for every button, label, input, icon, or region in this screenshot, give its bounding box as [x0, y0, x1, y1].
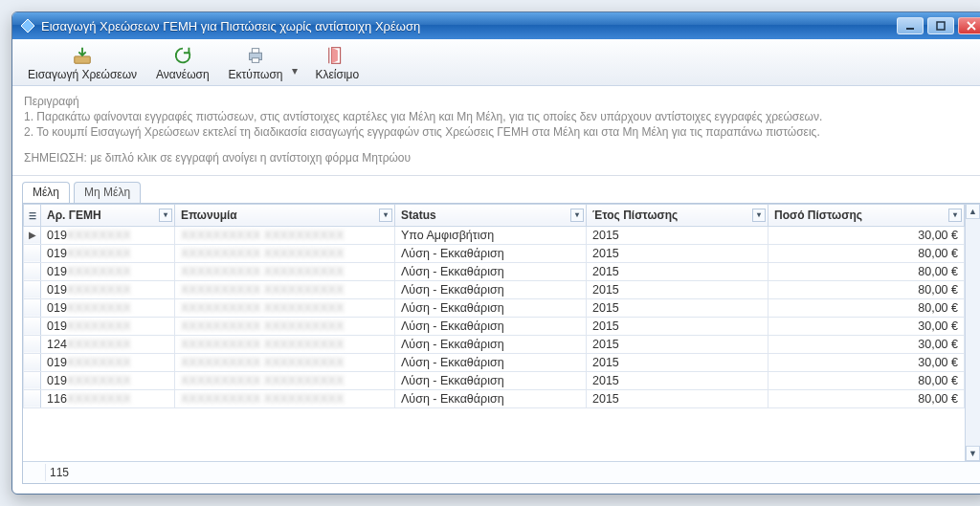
- table-row[interactable]: ▶019XXXXXXXXXXXXXXXXXX XXXXXXXXXXΥπο Αμφ…: [24, 226, 965, 244]
- filter-dropdown-icon[interactable]: ▾: [570, 209, 584, 222]
- cell-ar-gemh: 019XXXXXXXX: [41, 244, 175, 262]
- cell-ar-gemh: 019XXXXXXXX: [41, 353, 175, 371]
- vertical-scrollbar[interactable]: ▲ ▼: [965, 204, 980, 461]
- cell-ar-gemh: 019XXXXXXXX: [41, 298, 175, 317]
- cell-name: XXXXXXXXXX XXXXXXXXXX: [175, 298, 395, 317]
- filter-dropdown-icon[interactable]: ▾: [379, 209, 392, 222]
- svg-rect-5: [252, 58, 258, 63]
- cell-year: 2015: [587, 262, 768, 280]
- cell-amount: 80,00 €: [768, 280, 965, 298]
- cell-year: 2015: [587, 298, 768, 317]
- row-count: 115: [46, 464, 73, 481]
- cell-year: 2015: [587, 335, 768, 353]
- cell-name: XXXXXXXXXX XXXXXXXXXX: [175, 335, 395, 353]
- cell-year: 2015: [587, 353, 768, 371]
- cell-name: XXXXXXXXXX XXXXXXXXXX: [175, 280, 395, 298]
- filter-dropdown-icon[interactable]: ▾: [948, 209, 962, 222]
- refresh-label: Ανανέωση: [156, 68, 210, 81]
- close-label: Κλείσιμο: [315, 68, 359, 81]
- row-selector-header[interactable]: ☰: [24, 204, 41, 226]
- row-indicator: [24, 244, 41, 262]
- col-name[interactable]: Επωνυμία▾: [175, 204, 395, 226]
- table-row[interactable]: 019XXXXXXXXXXXXXXXXXX XXXXXXXXXXΛύση - Ε…: [24, 298, 965, 317]
- column-chooser-icon[interactable]: ☰: [29, 211, 36, 221]
- grid: ☰ Αρ. ΓΕΜΗ▾ Επωνυμία▾ Status▾ Έτος Πίστω…: [22, 203, 980, 484]
- table-row[interactable]: 019XXXXXXXXXXXXXXXXXX XXXXXXXXXXΛύση - Ε…: [24, 317, 965, 335]
- cell-ar-gemh: 019XXXXXXXX: [41, 371, 175, 389]
- row-indicator: [24, 389, 41, 407]
- cell-year: 2015: [587, 226, 768, 244]
- tab-members[interactable]: Μέλη: [22, 182, 70, 203]
- maximize-button[interactable]: [927, 17, 954, 34]
- row-indicator: [24, 280, 41, 298]
- cell-status: Λύση - Εκκαθάριση: [395, 244, 587, 262]
- table-row[interactable]: 124XXXXXXXXXXXXXXXXXX XXXXXXXXXXΛύση - Ε…: [24, 335, 965, 353]
- cell-name: XXXXXXXXXX XXXXXXXXXX: [175, 389, 395, 407]
- cell-status: Λύση - Εκκαθάριση: [395, 335, 587, 353]
- print-icon: [245, 45, 266, 66]
- row-indicator: [24, 317, 41, 335]
- titlebar[interactable]: Εισαγωγή Χρεώσεων ΓΕΜΗ για Πιστώσεις χωρ…: [12, 12, 980, 39]
- col-year[interactable]: Έτος Πίστωσης▾: [587, 204, 768, 226]
- cell-amount: 30,00 €: [768, 335, 965, 353]
- cell-status: Λύση - Εκκαθάριση: [395, 389, 587, 407]
- table-row[interactable]: 019XXXXXXXXXXXXXXXXXX XXXXXXXXXXΛύση - Ε…: [24, 353, 965, 371]
- print-button[interactable]: Εκτύπωση: [219, 43, 293, 83]
- filter-dropdown-icon[interactable]: ▾: [752, 209, 766, 222]
- row-indicator: ▶: [24, 226, 41, 244]
- cell-ar-gemh: 019XXXXXXXX: [41, 317, 175, 335]
- cell-year: 2015: [587, 244, 768, 262]
- description-panel: Περιγραφή 1. Παρακάτω φαίνονται εγγραφές…: [12, 86, 980, 176]
- cell-status: Λύση - Εκκαθάριση: [395, 317, 587, 335]
- close-button[interactable]: Κλείσιμο: [305, 43, 368, 83]
- tab-nonmembers[interactable]: Μη Μέλη: [74, 182, 141, 203]
- cell-name: XXXXXXXXXX XXXXXXXXXX: [175, 371, 395, 389]
- row-indicator: [24, 298, 41, 317]
- minimize-button[interactable]: [897, 17, 924, 34]
- table-row[interactable]: 019XXXXXXXXXXXXXXXXXX XXXXXXXXXXΛύση - Ε…: [24, 280, 965, 298]
- table-row[interactable]: 019XXXXXXXXXXXXXXXXXX XXXXXXXXXXΛύση - Ε…: [24, 244, 965, 262]
- cell-ar-gemh: 116XXXXXXXX: [41, 389, 175, 407]
- cell-status: Υπο Αμφισβήτιση: [395, 226, 587, 244]
- row-indicator: [24, 371, 41, 389]
- cell-year: 2015: [587, 389, 768, 407]
- scroll-up-button[interactable]: ▲: [966, 204, 980, 219]
- app-diamond-icon: [20, 18, 35, 33]
- print-dropdown-button[interactable]: ▾: [292, 64, 305, 83]
- table-row[interactable]: 116XXXXXXXXXXXXXXXXXX XXXXXXXXXXΛύση - Ε…: [24, 389, 965, 407]
- table-row[interactable]: 019XXXXXXXXXXXXXXXXXX XXXXXXXXXXΛύση - Ε…: [24, 262, 965, 280]
- cell-status: Λύση - Εκκαθάριση: [395, 280, 587, 298]
- svg-rect-0: [906, 28, 914, 30]
- close-door-icon: [326, 45, 347, 66]
- cell-status: Λύση - Εκκαθάριση: [395, 353, 587, 371]
- cell-amount: 80,00 €: [768, 371, 965, 389]
- filter-dropdown-icon[interactable]: ▾: [159, 209, 172, 222]
- cell-ar-gemh: 019XXXXXXXX: [41, 262, 175, 280]
- description-line1: 1. Παρακάτω φαίνονται εγγραφές πιστώσεων…: [24, 109, 979, 124]
- cell-amount: 80,00 €: [768, 244, 965, 262]
- scroll-down-button[interactable]: ▼: [966, 446, 980, 461]
- import-charges-button[interactable]: Εισαγωγή Χρεώσεων: [18, 43, 146, 83]
- col-ar-gemh[interactable]: Αρ. ΓΕΜΗ▾: [41, 204, 175, 226]
- cell-amount: 30,00 €: [768, 317, 965, 335]
- cell-amount: 80,00 €: [768, 389, 965, 407]
- cell-year: 2015: [587, 371, 768, 389]
- app-window: Εισαγωγή Χρεώσεων ΓΕΜΗ για Πιστώσεις χωρ…: [11, 11, 980, 495]
- data-table[interactable]: ☰ Αρ. ΓΕΜΗ▾ Επωνυμία▾ Status▾ Έτος Πίστω…: [23, 204, 965, 408]
- cell-year: 2015: [587, 317, 768, 335]
- cell-amount: 80,00 €: [768, 298, 965, 317]
- cell-name: XXXXXXXXXX XXXXXXXXXX: [175, 244, 395, 262]
- cell-ar-gemh: 124XXXXXXXX: [41, 335, 175, 353]
- refresh-button[interactable]: Ανανέωση: [146, 43, 219, 83]
- table-row[interactable]: 019XXXXXXXXXXXXXXXXXX XXXXXXXXXXΛύση - Ε…: [24, 371, 965, 389]
- description-line2: 2. Το κουμπί Εισαγωγή Χρεώσεων εκτελεί τ…: [24, 124, 979, 140]
- cell-name: XXXXXXXXXX XXXXXXXXXX: [175, 262, 395, 280]
- close-window-button[interactable]: [958, 17, 980, 34]
- window-title: Εισαγωγή Χρεώσεων ΓΕΜΗ για Πιστώσεις χωρ…: [41, 19, 420, 33]
- cell-status: Λύση - Εκκαθάριση: [395, 371, 587, 389]
- col-status[interactable]: Status▾: [395, 204, 587, 226]
- import-charges-label: Εισαγωγή Χρεώσεων: [28, 68, 137, 81]
- description-heading: Περιγραφή: [24, 94, 979, 109]
- col-amount[interactable]: Ποσό Πίστωσης▾: [768, 204, 965, 226]
- cell-name: XXXXXXXXXX XXXXXXXXXX: [175, 226, 395, 244]
